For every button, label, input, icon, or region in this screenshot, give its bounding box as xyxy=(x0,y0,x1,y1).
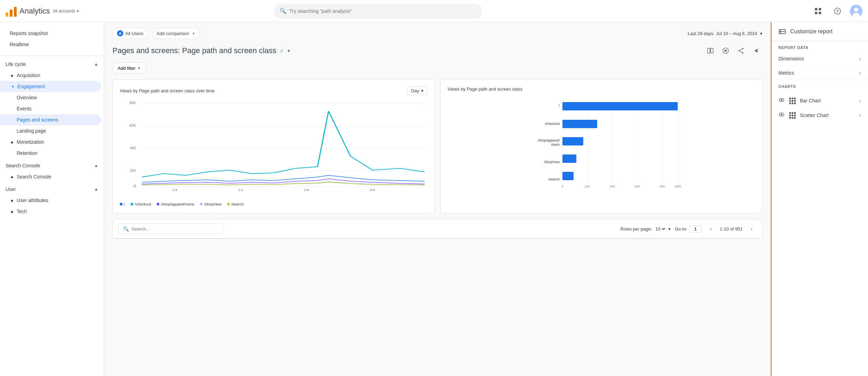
svg-rect-69 xyxy=(792,100,793,102)
sidebar-item-landing-page[interactable]: Landing page xyxy=(0,125,101,136)
sidebar-item-monetization[interactable]: ▶ Monetization xyxy=(0,136,101,148)
legend-dot-search xyxy=(227,203,230,206)
time-selector-chevron-icon: ▾ xyxy=(421,88,424,93)
dimensions-label: Dimensions xyxy=(778,56,804,61)
bar-chart-title: Views by Page path and screen class xyxy=(448,86,523,92)
svg-text:21: 21 xyxy=(238,188,243,191)
svg-rect-2 xyxy=(14,7,17,17)
segment-filter-chip[interactable]: A All Users xyxy=(112,28,148,39)
date-filter[interactable]: Last 28 days Jul 10 – Aug 6, 2024 ▾ xyxy=(688,31,762,36)
bar-chart-card: Views by Page path and screen class / /c… xyxy=(440,79,762,214)
prev-page-btn[interactable]: ‹ xyxy=(706,224,716,234)
rows-per-page-select[interactable]: 10 25 50 xyxy=(654,226,666,232)
report-title: Pages and screens: Page path and screen … xyxy=(112,46,276,55)
legend-item-search: /search xyxy=(227,202,244,206)
compare-view-btn[interactable] xyxy=(704,44,717,57)
table-search-input[interactable] xyxy=(132,226,218,232)
legend-label-checkout: /checkout xyxy=(135,202,151,206)
search-input[interactable] xyxy=(289,8,477,14)
bar-chart-header: Views by Page path and screen class xyxy=(448,86,755,92)
svg-rect-65 xyxy=(789,98,791,99)
date-range-value: Jul 10 – Aug 6, 2024 xyxy=(716,31,757,36)
more-options-icon xyxy=(753,47,760,54)
lifecycle-section-header[interactable]: Life cycle ▲ xyxy=(0,59,104,70)
customize-report-icon xyxy=(778,28,786,35)
sidebar-item-realtime[interactable]: Realtime xyxy=(6,39,98,50)
filters-bar: A All Users Add comparison ＋ Last 28 day… xyxy=(112,28,762,39)
svg-rect-84 xyxy=(794,117,796,119)
svg-rect-83 xyxy=(792,117,793,119)
table-search[interactable]: 🔍 xyxy=(118,224,223,234)
table-card: 🔍 Rows per page: 10 25 50 ▾ Go to xyxy=(112,219,762,239)
bar-chart-option[interactable]: Bar Chart › xyxy=(771,93,868,108)
legend-dot-shop-apparel xyxy=(157,203,159,206)
account-chevron-icon: ▾ xyxy=(77,9,79,14)
search-console-section-header[interactable]: Search Console ▲ xyxy=(0,160,104,171)
bar-chart-eye-icon[interactable] xyxy=(778,97,785,105)
sidebar-item-overview[interactable]: Overview xyxy=(0,92,101,103)
account-selector[interactable]: All accounts ▾ xyxy=(53,9,79,14)
charts-section: Bar Chart › xyxy=(771,91,868,125)
dimensions-row[interactable]: Dimensions › xyxy=(771,52,868,66)
svg-rect-66 xyxy=(792,98,793,99)
lifecycle-chevron-icon: ▲ xyxy=(94,62,98,67)
bar-chart-chevron-icon: › xyxy=(859,98,861,103)
sidebar-item-acquisition[interactable]: ▶ Acquisition xyxy=(0,70,101,81)
svg-rect-5 xyxy=(815,12,817,14)
goto-input[interactable] xyxy=(689,225,702,233)
svg-point-10 xyxy=(854,8,858,12)
apps-icon-btn[interactable] xyxy=(811,4,825,18)
svg-rect-76 xyxy=(789,112,791,114)
share-btn[interactable] xyxy=(735,44,747,57)
sidebar-item-search-console[interactable]: ▶ Search Console xyxy=(0,171,101,182)
scatter-chart-eye-icon[interactable] xyxy=(778,111,785,119)
user-section-label: User xyxy=(6,186,16,192)
logo-area: Analytics All accounts ▾ xyxy=(6,6,110,17)
line-chart-svg: 8K 6K 4K 2K 0 14 Jul 21 xyxy=(120,101,427,191)
svg-text:4K: 4K xyxy=(130,146,136,150)
svg-text:/checkout: /checkout xyxy=(545,122,560,126)
user-avatar[interactable] xyxy=(850,5,862,17)
line-chart-header: Views by Page path and screen class over… xyxy=(120,86,427,95)
legend-label-shop-new: /shop/new xyxy=(204,202,222,206)
acquisition-label: Acquisition xyxy=(17,73,40,78)
user-section-header[interactable]: User ▲ xyxy=(0,184,104,195)
search-bar[interactable]: 🔍 xyxy=(274,3,482,19)
add-comparison-chip[interactable]: Add comparison ＋ xyxy=(152,28,200,39)
sidebar-item-tech[interactable]: ▶ Tech xyxy=(0,206,101,217)
sidebar-item-reports-snapshot[interactable]: Reports snapshot xyxy=(6,28,98,39)
monetization-label: Monetization xyxy=(17,139,44,145)
add-filter-btn[interactable]: Add filter ＋ xyxy=(112,62,147,74)
help-icon-btn[interactable]: ? xyxy=(831,4,844,18)
report-settings-icon[interactable]: ▾ xyxy=(287,48,290,53)
sidebar-item-retention[interactable]: Retention xyxy=(0,148,101,159)
line-chart-area: 8K 6K 4K 2K 0 14 Jul 21 xyxy=(120,101,427,198)
time-selector[interactable]: Day ▾ xyxy=(407,86,427,95)
insights-btn[interactable] xyxy=(719,44,732,57)
next-page-btn[interactable]: › xyxy=(747,224,757,234)
sidebar-item-pages-screens[interactable]: Pages and screens xyxy=(0,114,101,125)
svg-line-20 xyxy=(740,51,742,52)
monetization-chevron-icon: ▶ xyxy=(11,140,14,144)
nav-section-lifecycle: Life cycle ▲ ▶ Acquisition ▼ Engagement … xyxy=(0,59,104,159)
sidebar-item-user-attributes[interactable]: ▶ User attributes xyxy=(0,195,101,206)
time-selector-label: Day xyxy=(411,88,419,93)
nav-top-items: Reports snapshot Realtime xyxy=(0,28,104,56)
svg-point-15 xyxy=(725,50,727,52)
scatter-chart-option[interactable]: Scatter Chart › xyxy=(771,108,868,123)
sidebar-item-engagement[interactable]: ▼ Engagement xyxy=(0,81,101,92)
svg-line-19 xyxy=(740,49,742,50)
metrics-label: Metrics xyxy=(778,70,794,76)
legend-dot-checkout xyxy=(131,203,133,206)
sidebar-item-events[interactable]: Events xyxy=(0,103,101,114)
metrics-row[interactable]: Metrics › xyxy=(771,66,868,80)
svg-text:8K: 8K xyxy=(130,101,136,105)
add-comparison-icon: ＋ xyxy=(191,30,196,36)
search-console-expand-icon: ▶ xyxy=(11,175,14,179)
svg-rect-79 xyxy=(789,115,791,116)
more-options-btn[interactable] xyxy=(750,44,762,57)
avatar-image xyxy=(850,5,862,17)
legend-item-shop-new: /shop/new xyxy=(200,202,222,206)
engagement-chevron-icon: ▼ xyxy=(11,85,15,89)
search-console-section-label: Search Console xyxy=(6,163,40,168)
